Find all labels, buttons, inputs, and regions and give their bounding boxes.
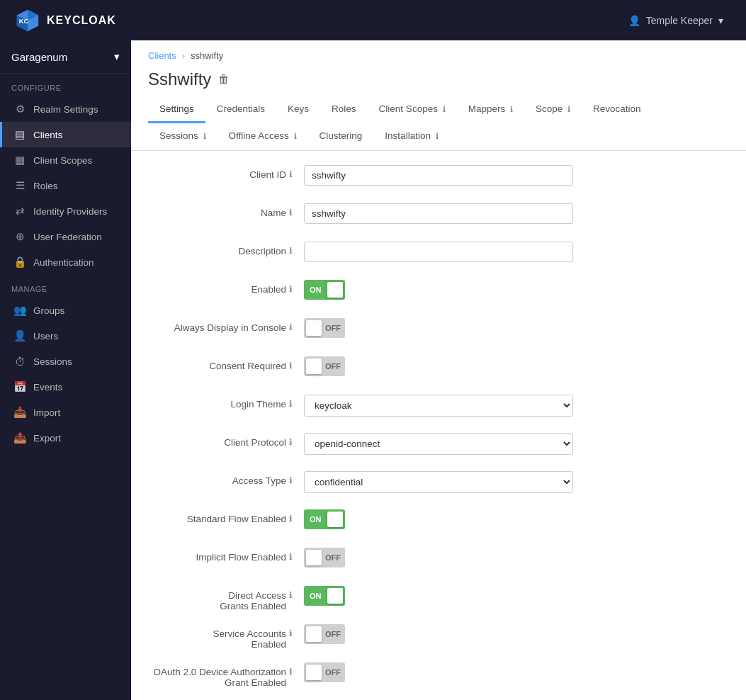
client-protocol-select[interactable]: openid-connect saml [304,433,573,455]
oauth2-device-toggle-knob [306,665,322,680]
tab-scope[interactable]: Scope ℹ [524,96,582,123]
realm-selector[interactable]: Garagenum ▾ [0,40,131,74]
service-accounts-toggle[interactable]: OFF [304,624,345,644]
navbar-brand: KC KEYCLOAK [14,7,116,34]
implicit-flow-row: Implicit Flow Enabled ℹ OFF [148,548,729,573]
oauth2-device-toggle[interactable]: OFF [304,662,345,682]
import-icon: 📥 [13,406,26,419]
tab-roles[interactable]: Roles [320,96,368,123]
sidebar-item-user-federation[interactable]: ⊕ User Federation [0,224,131,249]
sidebar-item-label: Client Scopes [33,155,92,166]
navbar-user-menu[interactable]: 👤 Temple Keeper ▾ [620,11,732,30]
sidebar-item-client-scopes[interactable]: ▦ Client Scopes [0,147,131,173]
sidebar-item-realm-settings[interactable]: ⚙ Realm Settings [0,96,131,122]
client-protocol-row: Client Protocol ℹ openid-connect saml [148,433,729,458]
access-type-help-icon[interactable]: ℹ [289,475,293,485]
service-accounts-toggle-label: OFF [325,630,341,638]
access-type-row: Access Type ℹ confidential public bearer… [148,471,729,497]
enabled-toggle[interactable]: ON [304,280,345,300]
tab-installation[interactable]: Installation ℹ [373,123,449,150]
sidebar-item-clients[interactable]: ▤ Clients [0,122,131,147]
navbar-user-chevron: ▾ [718,15,723,26]
main-layout: Garagenum ▾ Configure ⚙ Realm Settings ▤… [0,40,746,700]
sidebar-item-label: Realm Settings [33,104,98,115]
sidebar-item-export[interactable]: 📤 Export [0,425,131,451]
always-display-toggle[interactable]: OFF [304,318,345,338]
mappers-tab-icon: ℹ [510,105,513,113]
implicit-flow-value: OFF [304,548,587,570]
sidebar-item-label: User Federation [33,232,102,242]
tab-keys[interactable]: Keys [276,96,320,123]
sessions-icon: ⏱ [13,355,26,368]
standard-flow-help-icon[interactable]: ℹ [289,514,293,524]
direct-access-toggle[interactable]: ON [304,586,345,606]
installation-tab-icon: ℹ [436,132,439,140]
tab-mappers[interactable]: Mappers ℹ [457,96,524,123]
sidebar-item-label: Groups [33,305,64,316]
sidebar-item-label: Import [33,407,60,418]
standard-flow-toggle-knob [327,512,343,527]
sidebar-item-sessions[interactable]: ⏱ Sessions [0,349,131,374]
access-type-select[interactable]: confidential public bearer-only [304,471,573,493]
delete-client-button[interactable]: 🗑 [218,73,230,86]
sidebar-item-identity-providers[interactable]: ⇄ Identity Providers [0,198,131,224]
direct-access-row: Direct AccessGrants Enabled ℹ ON [148,586,729,611]
clients-icon: ▤ [13,128,26,141]
groups-icon: 👥 [13,304,26,317]
sidebar: Garagenum ▾ Configure ⚙ Realm Settings ▤… [0,40,131,700]
client-id-label: Client ID ℹ [148,165,304,180]
enabled-help-icon[interactable]: ℹ [289,284,293,294]
direct-access-help-icon[interactable]: ℹ [289,590,293,600]
sidebar-item-groups[interactable]: 👥 Groups [0,298,131,323]
oauth2-device-help-icon[interactable]: ℹ [289,667,293,677]
tab-sessions[interactable]: Sessions ℹ [148,123,217,150]
sidebar-item-users[interactable]: 👤 Users [0,323,131,349]
tab-settings[interactable]: Settings [148,96,205,123]
implicit-flow-label: Implicit Flow Enabled ℹ [148,548,304,563]
client-protocol-help-icon[interactable]: ℹ [289,437,293,447]
scope-tab-icon: ℹ [567,105,570,113]
sidebar-item-label: Users [33,331,58,341]
oauth2-device-row: OAuth 2.0 Device AuthorizationGrant Enab… [148,662,729,688]
tab-offline-access[interactable]: Offline Access ℹ [217,123,308,150]
settings-form: Client ID ℹ Name ℹ Description ℹ [131,151,746,700]
consent-required-value: OFF [304,356,587,378]
standard-flow-toggle-label: ON [310,515,322,524]
always-display-help-icon[interactable]: ℹ [289,322,293,332]
sessions-tab-icon: ℹ [203,132,206,140]
sidebar-item-roles[interactable]: ☰ Roles [0,173,131,198]
client-id-help-icon[interactable]: ℹ [289,169,293,179]
tab-clustering[interactable]: Clustering [308,123,374,150]
description-help-icon[interactable]: ℹ [289,246,293,256]
realm-name: Garagenum [11,51,67,63]
sidebar-item-label: Identity Providers [33,206,107,217]
tab-revocation[interactable]: Revocation [582,96,652,123]
sidebar-item-import[interactable]: 📥 Import [0,400,131,425]
realm-chevron: ▾ [114,50,120,63]
tab-client-scopes[interactable]: Client Scopes ℹ [368,96,457,123]
sidebar-item-events[interactable]: 📅 Events [0,374,131,400]
implicit-flow-toggle[interactable]: OFF [304,548,345,568]
name-input[interactable] [304,203,573,224]
consent-required-row: Consent Required ℹ OFF [148,356,729,382]
name-help-icon[interactable]: ℹ [289,208,293,218]
implicit-flow-help-icon[interactable]: ℹ [289,552,293,562]
login-theme-help-icon[interactable]: ℹ [289,399,293,409]
breadcrumb-clients-link[interactable]: Clients [148,50,176,61]
user-icon: 👤 [628,15,640,26]
service-accounts-help-icon[interactable]: ℹ [289,628,293,638]
tab-credentials[interactable]: Credentials [205,96,276,123]
consent-required-help-icon[interactable]: ℹ [289,361,293,371]
client-id-input[interactable] [304,165,573,186]
sidebar-item-label: Sessions [33,356,72,367]
standard-flow-toggle[interactable]: ON [304,509,345,529]
description-row: Description ℹ [148,242,729,267]
login-theme-select[interactable]: keycloak base [304,395,573,417]
login-theme-row: Login Theme ℹ keycloak base [148,395,729,420]
sidebar-item-authentication[interactable]: 🔒 Authentication [0,249,131,275]
consent-required-toggle[interactable]: OFF [304,356,345,376]
name-value [304,203,587,224]
always-display-toggle-knob [306,320,322,336]
description-input[interactable] [304,242,573,262]
breadcrumb-current: sshwifty [191,50,223,61]
